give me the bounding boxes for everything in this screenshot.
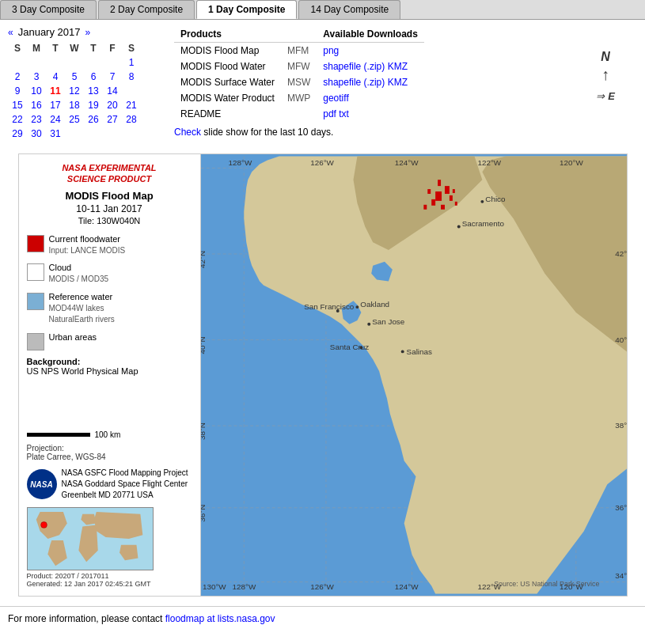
calendar-day[interactable]: 4 [46, 70, 65, 84]
slideshow-desc: slide show for the last 10 days. [201, 127, 333, 138]
calendar-day[interactable]: 17 [46, 98, 65, 112]
calendar-day[interactable]: 13 [84, 84, 103, 98]
footer-email-link[interactable]: floodmap at lists.nasa.gov [165, 613, 275, 624]
calendar-day[interactable]: 22 [8, 112, 27, 127]
svg-rect-33 [454, 202, 457, 206]
calendar-day[interactable]: 19 [84, 98, 103, 112]
calendar-day[interactable]: 23 [27, 112, 46, 127]
product-row: MODIS Water ProductMWPgeotiff [174, 90, 424, 106]
products-section: Products Available Downloads MODIS Flood… [174, 26, 558, 146]
svg-text:40°N: 40°N [201, 336, 207, 354]
legend-item-water: Reference waterMOD44W lakesNaturalEarth … [27, 291, 192, 325]
calendar-day[interactable]: 11 [46, 84, 65, 98]
downloads-header: Available Downloads [317, 26, 424, 43]
calendar-day[interactable]: 14 [103, 84, 122, 98]
svg-point-61 [355, 305, 359, 309]
product-download-link[interactable]: shapefile (.zip) [323, 77, 385, 88]
calendar-day[interactable]: 21 [122, 98, 141, 112]
calendar-day [46, 55, 65, 70]
calendar-day[interactable]: 25 [65, 112, 84, 127]
calendar-table: S M T W T F S 12345678910111213141516171… [8, 41, 141, 141]
calendar-day[interactable]: 5 [65, 70, 84, 84]
calendar-day [65, 127, 84, 141]
svg-text:124°W: 124°W [394, 582, 418, 591]
calendar-day[interactable]: 29 [8, 127, 27, 141]
tab-1day[interactable]: 1 Day Composite [196, 0, 297, 19]
product-download-link[interactable]: pdf [323, 108, 336, 119]
legend-color-urban [27, 333, 44, 350]
svg-text:34°N: 34°N [615, 571, 627, 580]
product-row: MODIS Flood WaterMFWshapefile (.zip) KMZ [174, 59, 424, 74]
product-links: shapefile (.zip) KMZ [317, 74, 424, 90]
calendar-day[interactable]: 31 [46, 127, 65, 141]
svg-rect-25 [435, 191, 442, 201]
product-download-link[interactable]: KMZ [388, 77, 408, 88]
calendar-day[interactable]: 16 [27, 98, 46, 112]
product-download-link[interactable]: png [323, 45, 339, 56]
calendar-prev[interactable]: « [8, 27, 13, 38]
svg-rect-29 [441, 205, 445, 210]
product-row: MODIS Flood MapMFMpng [174, 43, 424, 59]
svg-text:Sacramento: Sacramento [461, 219, 504, 228]
mini-map [27, 507, 154, 570]
map-svg: 128°W 126°W 124°W 122°W 120°W 130°W 128°… [201, 154, 627, 596]
calendar-day[interactable]: 12 [65, 84, 84, 98]
legend-background: Background: US NPS World Physical Map [27, 357, 192, 376]
day-header-t1: T [46, 41, 65, 55]
calendar-day[interactable]: 30 [27, 127, 46, 141]
svg-rect-30 [452, 189, 454, 193]
calendar-day [122, 84, 141, 98]
legend-bottom: 100 km Projection: Plate Carree, WGS-84 … [27, 430, 192, 588]
product-row: READMEpdf txt [174, 106, 424, 122]
svg-text:San Jose: San Jose [372, 317, 405, 326]
product-abbr [281, 106, 317, 122]
product-download-link[interactable]: KMZ [388, 61, 408, 72]
calendar-day[interactable]: 28 [122, 112, 141, 127]
slideshow-link[interactable]: Check [174, 127, 201, 138]
calendar-day[interactable]: 8 [122, 70, 141, 84]
calendar-day[interactable]: 7 [103, 70, 122, 84]
svg-text:42°N: 42°N [615, 249, 627, 258]
tab-14day[interactable]: 14 Day Composite [298, 0, 400, 19]
tab-3day[interactable]: 3 Day Composite [0, 0, 97, 19]
svg-rect-31 [427, 189, 431, 194]
legend-item-flood: Current floodwaterInput: LANCE MODIS [27, 233, 192, 256]
calendar-day[interactable]: 2 [8, 70, 27, 84]
main-content: « January 2017 » S M T W T F S [0, 20, 645, 603]
calendar-day[interactable]: 10 [27, 84, 46, 98]
svg-text:128°W: 128°W [228, 158, 252, 167]
calendar-day[interactable]: 27 [103, 112, 122, 127]
calendar-day[interactable]: 15 [8, 98, 27, 112]
legend-tile: Tile: 130W040N [27, 216, 192, 225]
product-name: MODIS Water Product [174, 90, 281, 106]
legend-text-cloud: CloudMODIS / MOD35 [49, 262, 109, 285]
product-download-link[interactable]: txt [339, 108, 349, 119]
scale-label: 100 km [95, 430, 121, 439]
mini-map-generated: Generated: 12 Jan 2017 02:45:21 GMT [27, 580, 192, 588]
products-header: Products [174, 26, 317, 43]
calendar-day [122, 127, 141, 141]
calendar-day [84, 55, 103, 70]
calendar-next[interactable]: » [85, 27, 90, 38]
tab-2day[interactable]: 2 Day Composite [98, 0, 195, 19]
svg-text:124°W: 124°W [394, 158, 418, 167]
product-download-link[interactable]: shapefile (.zip) [323, 61, 385, 72]
compass-e-label: E [608, 90, 615, 102]
footer: For more information, please contact flo… [0, 606, 645, 631]
footer-text: For more information, please contact [8, 613, 165, 624]
map-container: NASA EXPERIMENTAL SCIENCE PRODUCT MODIS … [18, 153, 628, 597]
calendar-day[interactable]: 6 [84, 70, 103, 84]
calendar-day[interactable]: 1 [122, 55, 141, 70]
calendar-day[interactable]: 18 [65, 98, 84, 112]
nasa-text: NASA GSFC Flood Mapping Project NASA God… [62, 468, 188, 501]
legend-item-urban: Urban areas [27, 331, 192, 350]
calendar-day[interactable]: 24 [46, 112, 65, 127]
calendar-day [103, 55, 122, 70]
calendar-day[interactable]: 26 [84, 112, 103, 127]
calendar-day[interactable]: 9 [8, 84, 27, 98]
calendar-day[interactable]: 3 [27, 70, 46, 84]
svg-text:40°N: 40°N [615, 335, 627, 344]
calendar-day[interactable]: 20 [103, 98, 122, 112]
product-abbr: MSW [281, 74, 317, 90]
product-download-link[interactable]: geotiff [323, 93, 348, 104]
